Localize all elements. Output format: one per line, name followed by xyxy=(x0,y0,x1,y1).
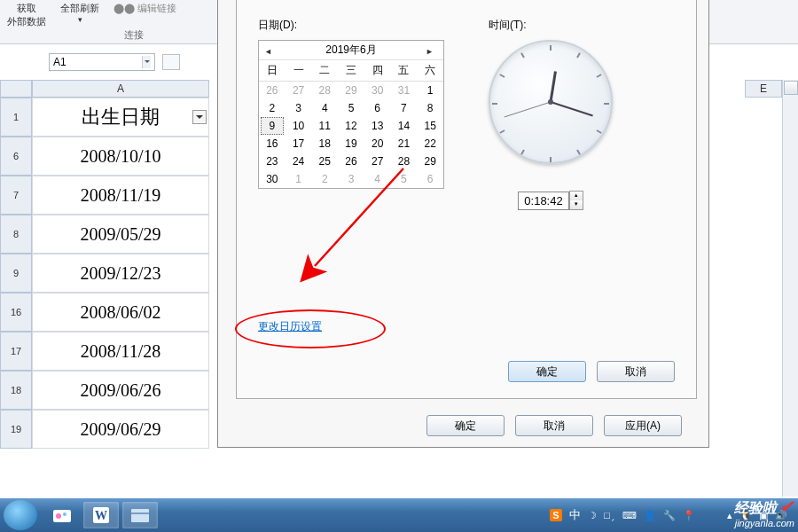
cal-day[interactable]: 26 xyxy=(338,153,364,170)
cell[interactable]: 2009/06/26 xyxy=(32,371,209,410)
start-button[interactable] xyxy=(4,500,37,530)
cal-day[interactable]: 31 xyxy=(391,82,418,99)
cal-day[interactable]: 30 xyxy=(259,170,286,188)
task-datetime[interactable] xyxy=(122,502,158,528)
cal-day[interactable]: 19 xyxy=(338,135,364,153)
tray-mic-icon[interactable]: □ˏ xyxy=(604,510,615,521)
filter-dropdown-icon[interactable] xyxy=(192,110,207,124)
cell[interactable]: 2009/12/23 xyxy=(32,254,209,293)
cell[interactable]: 2008/11/19 xyxy=(32,176,209,215)
outer-cancel-button[interactable]: 取消 xyxy=(515,415,593,436)
tray-pin-icon[interactable]: 📍 xyxy=(683,510,695,521)
cal-day[interactable]: 23 xyxy=(259,153,286,170)
cal-day[interactable]: 18 xyxy=(311,135,338,153)
cal-day[interactable]: 4 xyxy=(364,170,391,188)
col-header-e[interactable]: E xyxy=(745,80,782,98)
cal-day[interactable]: 1 xyxy=(286,170,312,188)
cal-day[interactable]: 15 xyxy=(417,117,443,135)
ime-indicator[interactable]: 中 xyxy=(569,507,581,523)
cal-day[interactable]: 6 xyxy=(417,170,443,188)
cal-next-icon[interactable] xyxy=(426,44,438,57)
cal-dow: 四 xyxy=(364,60,391,82)
outer-ok-button[interactable]: 确定 xyxy=(426,415,505,436)
cal-day[interactable]: 9 xyxy=(261,117,284,135)
name-box[interactable]: A1 xyxy=(49,53,155,71)
cal-day[interactable]: 10 xyxy=(286,117,312,135)
fx-button[interactable] xyxy=(162,54,180,70)
cal-day[interactable]: 4 xyxy=(311,99,338,117)
cal-day[interactable]: 25 xyxy=(311,153,338,170)
cancel-button[interactable]: 取消 xyxy=(597,361,675,382)
scroll-up-button[interactable] xyxy=(784,81,798,95)
vertical-scrollbar[interactable] xyxy=(782,80,798,497)
cal-title[interactable]: 2019年6月 xyxy=(325,43,376,58)
cal-day[interactable]: 8 xyxy=(417,99,443,117)
cal-day[interactable]: 5 xyxy=(338,99,364,117)
cal-day[interactable]: 16 xyxy=(259,135,286,153)
get-external-data[interactable]: 获取 外部数据 xyxy=(0,0,53,43)
cell[interactable]: 2008/10/10 xyxy=(32,137,209,176)
tray-user-icon[interactable]: 👤 xyxy=(644,510,656,521)
cal-day[interactable]: 21 xyxy=(391,135,418,153)
cell[interactable]: 出生日期 xyxy=(32,98,209,137)
cal-day[interactable]: 27 xyxy=(286,82,312,99)
cal-day[interactable]: 29 xyxy=(338,82,364,99)
cal-day[interactable]: 12 xyxy=(338,117,364,135)
time-spinner[interactable]: ▲ ▼ xyxy=(569,191,583,210)
cal-day[interactable]: 28 xyxy=(311,82,338,99)
row-header[interactable]: 8 xyxy=(0,215,32,254)
apply-button[interactable]: 应用(A) xyxy=(604,415,682,436)
tray-expand-icon[interactable]: ▴ xyxy=(727,510,732,521)
edit-links[interactable]: ⬤⬤ 编辑链接 xyxy=(106,0,184,43)
ok-button[interactable]: 确定 xyxy=(508,361,586,382)
cal-day[interactable]: 7 xyxy=(391,99,418,117)
cal-day[interactable]: 20 xyxy=(364,135,391,153)
cal-day[interactable]: 22 xyxy=(417,135,443,153)
cell[interactable]: 2009/06/29 xyxy=(32,410,209,449)
name-box-dropdown-icon[interactable] xyxy=(142,56,151,68)
cal-day[interactable]: 28 xyxy=(391,153,418,170)
time-input[interactable]: 0:18:42 xyxy=(518,192,568,210)
cal-day[interactable]: 13 xyxy=(364,117,391,135)
cal-day[interactable]: 24 xyxy=(286,153,312,170)
cal-day[interactable]: 30 xyxy=(364,82,391,99)
col-header-a[interactable]: A xyxy=(32,80,209,98)
row-header[interactable]: 9 xyxy=(0,254,32,293)
task-word[interactable]: W xyxy=(83,502,119,528)
cal-day[interactable]: 1 xyxy=(417,82,443,99)
row-header[interactable]: 18 xyxy=(0,371,32,410)
cal-day[interactable]: 14 xyxy=(391,117,418,135)
minute-hand xyxy=(551,101,593,116)
row-header[interactable]: 1 xyxy=(0,98,32,137)
cal-day[interactable]: 29 xyxy=(417,153,443,170)
cal-day[interactable]: 26 xyxy=(259,82,286,99)
cal-day[interactable]: 27 xyxy=(364,153,391,170)
cal-day[interactable]: 11 xyxy=(311,117,338,135)
row-header[interactable]: 19 xyxy=(0,410,32,449)
select-all-cell[interactable] xyxy=(0,80,32,98)
tray-moon-icon[interactable]: ☽ xyxy=(588,510,597,521)
cell[interactable]: 2009/05/29 xyxy=(32,215,209,254)
refresh-all[interactable]: 全部刷新 ▾ xyxy=(53,0,106,43)
row-header[interactable]: 6 xyxy=(0,137,32,176)
cal-day[interactable]: 2 xyxy=(311,170,338,188)
row-header[interactable]: 16 xyxy=(0,293,32,332)
cell[interactable]: 2008/11/28 xyxy=(32,332,209,371)
tray-keyboard-icon[interactable]: ⌨ xyxy=(622,510,637,521)
cal-day[interactable]: 5 xyxy=(391,170,418,188)
cal-day[interactable]: 2 xyxy=(259,99,286,117)
task-paint[interactable] xyxy=(44,502,80,528)
row-header[interactable]: 17 xyxy=(0,332,32,371)
cal-day[interactable]: 3 xyxy=(338,170,364,188)
cal-day[interactable]: 17 xyxy=(286,135,312,153)
sogou-icon[interactable]: S xyxy=(550,509,562,521)
change-calendar-settings-link[interactable]: 更改日历设置 xyxy=(258,319,322,334)
spin-down-icon[interactable]: ▼ xyxy=(570,200,583,209)
cal-day[interactable]: 6 xyxy=(364,99,391,117)
cal-prev-icon[interactable] xyxy=(264,44,277,57)
cal-day[interactable]: 3 xyxy=(286,99,312,117)
cell[interactable]: 2008/06/02 xyxy=(32,293,209,332)
row-header[interactable]: 7 xyxy=(0,176,32,215)
tray-wrench-icon[interactable]: 🔧 xyxy=(663,510,676,521)
spin-up-icon[interactable]: ▲ xyxy=(570,192,583,200)
